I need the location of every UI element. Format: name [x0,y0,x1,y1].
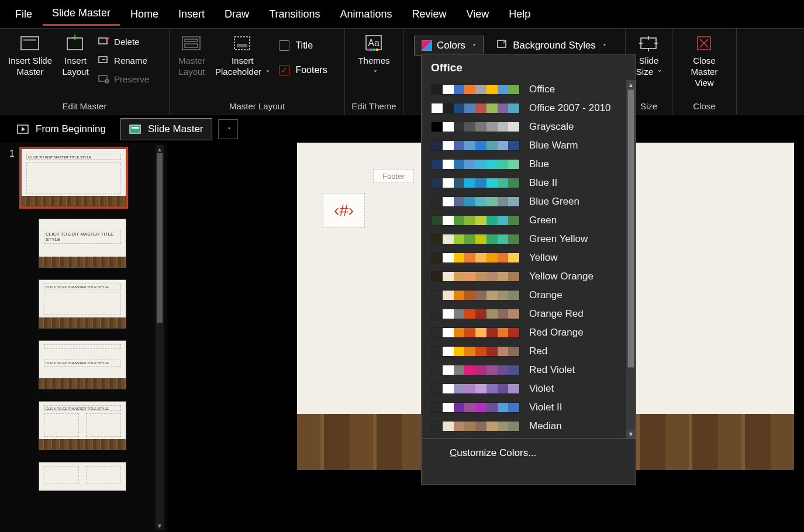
scrollbar-thumb[interactable] [157,153,163,323]
insert-slide-master-button[interactable]: Insert Slide Master [5,31,56,80]
color-theme-green-yellow[interactable]: Green Yellow [422,230,636,248]
color-theme-violet[interactable]: Violet [422,379,636,398]
chevron-down-icon [225,124,231,134]
menu-home[interactable]: Home [121,4,168,25]
color-theme-label: Red Violet [529,364,575,376]
background-styles-icon [496,38,508,53]
delete-icon [98,36,109,47]
color-theme-blue-warm[interactable]: Blue Warm [422,136,636,155]
scroll-down-icon[interactable]: ▼ [156,521,164,530]
menu-help[interactable]: Help [499,4,540,25]
layout-thumbnail-4[interactable]: CLICK TO EDIT MASTER TITLE STYLE [39,401,126,450]
layout-thumbnail-5[interactable] [39,462,126,491]
insert-layout-button[interactable]: Insert Layout [58,31,93,80]
color-theme-yellow-orange[interactable]: Yellow Orange [422,267,636,286]
color-theme-label: Green [529,215,557,226]
dropdown-scrollbar[interactable]: ▲ ▼ [626,80,636,438]
color-theme-green[interactable]: Green [422,211,636,230]
master-index: 1 [9,148,16,159]
ribbon: Insert Slide Master Insert Layout Delete… [0,28,804,115]
play-icon [17,124,30,134]
svg-rect-9 [185,44,198,47]
menu-review[interactable]: Review [403,4,456,25]
preserve-button[interactable]: Preserve [95,72,151,86]
color-theme-yellow[interactable]: Yellow [422,248,636,267]
color-theme-office[interactable]: Office [422,80,636,99]
color-swatch-strip [431,140,520,151]
menu-animations[interactable]: Animations [331,4,402,25]
color-theme-red-orange[interactable]: Red Orange [422,323,636,342]
group-close: Close Master View Close [672,29,737,115]
thumbnails-scrollbar[interactable]: ▲ ▼ [156,145,164,530]
color-theme-label: Grayscale [529,121,574,133]
themes-button[interactable]: Aa Themes [354,31,393,80]
color-theme-label: Orange Red [529,308,584,320]
color-theme-grayscale[interactable]: Grayscale [422,118,636,136]
group-master-layout: Master Layout Insert Placeholder Title F… [170,29,345,115]
scroll-down-icon[interactable]: ▼ [626,429,636,438]
group-edit-master: Insert Slide Master Insert Layout Delete… [0,29,170,115]
menu-view[interactable]: View [457,4,499,25]
layout-thumbnail-2[interactable]: CLICK TO EDIT MASTER TITLE STYLE [39,279,126,329]
scroll-up-icon[interactable]: ▲ [626,80,636,89]
color-theme-label: Office [529,84,555,95]
svg-rect-3 [99,38,107,44]
color-swatch-strip [431,271,520,282]
color-theme-office-2007-2010[interactable]: Office 2007 - 2010 [422,99,636,118]
color-theme-label: Orange [529,289,563,301]
rename-icon [98,54,109,66]
color-swatch-strip [431,290,520,300]
color-theme-orange-red[interactable]: Orange Red [422,305,636,323]
rename-button[interactable]: Rename [95,53,151,67]
color-theme-violet-ii[interactable]: Violet II [422,398,636,417]
svg-rect-10 [234,37,250,50]
close-icon [693,33,716,54]
scrollbar-thumb[interactable] [627,89,634,368]
svg-rect-23 [132,127,139,129]
color-swatch-strip [431,402,520,413]
master-layout-button[interactable]: Master Layout [174,31,209,80]
color-theme-blue[interactable]: Blue [422,155,636,174]
colors-button[interactable]: Colors [414,36,484,56]
color-swatch-strip [431,384,520,394]
menu-slide-master[interactable]: Slide Master [43,2,120,26]
color-swatch-strip [431,122,520,132]
color-swatch-strip [431,103,520,113]
color-theme-red-violet[interactable]: Red Violet [422,361,636,379]
color-theme-list: OfficeOffice 2007 - 2010GrayscaleBlue Wa… [422,80,636,436]
background-styles-button[interactable]: Background Styles [492,34,611,56]
menu-insert[interactable]: Insert [169,4,214,25]
menu-transitions[interactable]: Transitions [260,4,329,25]
color-theme-orange[interactable]: Orange [422,286,636,305]
color-swatch-strip [431,346,520,357]
footer-placeholder[interactable]: Footer [373,170,414,182]
slide-size-button[interactable]: Slide Size [632,31,667,80]
delete-button[interactable]: Delete [95,34,151,49]
color-theme-label: Blue II [529,177,557,189]
slide-master-view-button[interactable]: Slide Master [120,118,212,140]
slide-number-placeholder[interactable]: ‹#› [323,193,365,228]
menu-file[interactable]: File [6,4,42,25]
color-theme-label: Green Yellow [529,233,588,245]
title-checkbox[interactable]: Title [275,34,330,57]
menu-draw[interactable]: Draw [215,4,258,25]
master-thumbnail[interactable]: CLICK TO EDIT MASTER TITLE STYLE [21,148,126,207]
color-theme-label: Red [529,346,547,357]
svg-rect-15 [370,49,372,51]
toolbar-more-button[interactable] [218,119,238,139]
group-label-edit-theme: Edit Theme [350,99,398,113]
color-theme-label: Yellow Orange [529,271,593,282]
scroll-up-icon[interactable]: ▲ [156,145,164,153]
color-theme-blue-ii[interactable]: Blue II [422,174,636,192]
customize-colors-button[interactable]: Customize Colors... [422,438,636,482]
from-beginning-button[interactable]: From Beginning [8,118,115,140]
color-theme-blue-green[interactable]: Blue Green [422,192,636,211]
color-theme-label: Blue Warm [529,140,578,151]
layout-thumbnail-3[interactable]: CLICK TO EDIT MASTER TITLE STYLE [39,340,126,389]
layout-thumbnail-1[interactable]: CLICK TO EDIT MASTER TITLE STYLE [39,219,126,268]
close-master-view-button[interactable]: Close Master View [677,31,731,91]
footers-checkbox[interactable]: Footers [275,59,330,81]
color-theme-red[interactable]: Red [422,342,636,361]
insert-placeholder-button[interactable]: Insert Placeholder [212,31,273,80]
color-theme-median[interactable]: Median [422,417,636,436]
